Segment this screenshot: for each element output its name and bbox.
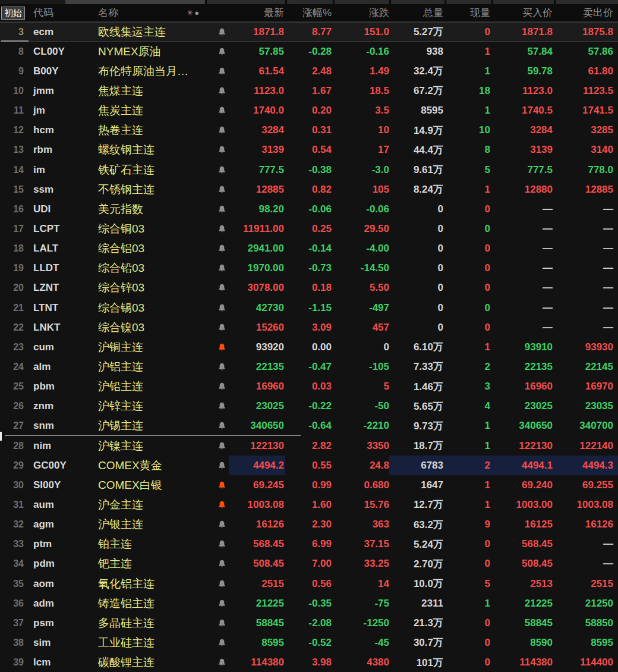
alert-bell-icon[interactable] bbox=[205, 456, 229, 475]
alert-bell-icon[interactable] bbox=[205, 436, 229, 456]
cell-buy: 16960 bbox=[491, 377, 554, 397]
column-resize-strip[interactable] bbox=[0, 0, 618, 4]
alert-bell-icon[interactable] bbox=[205, 140, 229, 160]
alert-bell-icon[interactable] bbox=[205, 318, 229, 337]
table-row[interactable]: 33ptm铂主连568.456.9937.155.24万0568.45— bbox=[0, 535, 618, 554]
hscroll-thumb[interactable] bbox=[65, 0, 205, 4]
table-row[interactable]: 15ssm不锈钢主连128850.821058.24万11288012885 bbox=[0, 180, 618, 199]
cell-name: 铂主连 bbox=[89, 535, 205, 554]
alert-bell-icon[interactable] bbox=[205, 653, 229, 672]
table-row[interactable]: 24alm沪铝主连22135-0.47-1057.33万22213522145 bbox=[0, 357, 618, 376]
table-row[interactable]: 23cum沪铜主连939200.0006.10万19391093930 bbox=[0, 337, 618, 357]
header-code[interactable]: 代码 bbox=[30, 4, 89, 21]
alert-bell-icon[interactable] bbox=[205, 239, 229, 259]
cell-last: 58845 bbox=[229, 613, 285, 633]
alert-bell-icon[interactable] bbox=[205, 475, 229, 495]
alert-bell-icon[interactable] bbox=[205, 61, 229, 81]
table-row[interactable]: 9B00Y布伦特原油当月…61.542.481.4932.4万159.7861.… bbox=[0, 61, 618, 81]
cell-chg: 3350 bbox=[333, 436, 389, 456]
alert-bell-icon[interactable] bbox=[205, 259, 229, 278]
alert-bell-icon[interactable] bbox=[205, 613, 229, 633]
table-row[interactable]: 13rbm螺纹钢主连31390.541744.4万831393140 bbox=[0, 140, 618, 160]
alert-bell-icon[interactable] bbox=[205, 377, 229, 397]
header-sell[interactable]: 卖出价 bbox=[554, 4, 618, 21]
table-row[interactable]: 22LNKT综合镍03152603.0945700—— bbox=[0, 318, 618, 337]
table-row[interactable]: 10jmm焦煤主连1123.01.6718.567.2万181123.01123… bbox=[0, 81, 618, 101]
alert-bell-icon[interactable] bbox=[205, 81, 229, 101]
table-row[interactable]: 14im铁矿石主连777.5-0.38-3.09.61万5777.5778.0 bbox=[0, 160, 618, 180]
cell-code: ecm bbox=[30, 23, 89, 41]
alert-bell-icon[interactable] bbox=[205, 199, 229, 219]
cell-code: ptm bbox=[30, 535, 89, 554]
alert-bell-icon[interactable] bbox=[205, 337, 229, 357]
alert-bell-icon[interactable] bbox=[205, 278, 229, 298]
header-pct[interactable]: 涨幅% bbox=[285, 4, 333, 21]
table-row[interactable]: 20LZNT综合锌033078.000.185.5000—— bbox=[0, 278, 618, 298]
header-name[interactable]: 名称 ✳● bbox=[89, 4, 205, 21]
cell-cur: 2 bbox=[444, 456, 491, 475]
table-row[interactable]: 36adm铸造铝主连21225-0.35-75231112122521250 bbox=[0, 594, 618, 613]
cell-chg: 29.50 bbox=[333, 219, 389, 238]
alert-bell-icon[interactable] bbox=[205, 633, 229, 652]
column-tick bbox=[554, 0, 556, 4]
cell-chg: -0.16 bbox=[333, 42, 389, 61]
alert-bell-icon[interactable] bbox=[205, 515, 229, 535]
table-row[interactable]: 35aom氧化铝主连25150.561410.0万525132515 bbox=[0, 574, 618, 594]
cell-vol: 44.4万 bbox=[389, 140, 444, 160]
alert-bell-icon[interactable] bbox=[205, 101, 229, 121]
header-vol[interactable]: 总量 bbox=[389, 4, 444, 21]
cell-chg: -2210 bbox=[333, 416, 389, 436]
table-row[interactable]: 11jm焦炭主连1740.00.203.5859511740.51741.5 bbox=[0, 101, 618, 121]
alert-bell-icon[interactable] bbox=[205, 554, 229, 574]
table-row[interactable]: 12hcm热卷主连32840.311014.9万1032843285 bbox=[0, 121, 618, 140]
alert-bell-icon[interactable] bbox=[205, 42, 229, 61]
table-row[interactable]: 17LCPT综合铜0311911.000.2529.5000—— bbox=[0, 219, 618, 238]
row-number: 18 bbox=[0, 239, 30, 259]
alert-bell-icon[interactable] bbox=[205, 574, 229, 594]
row-number: 11 bbox=[0, 101, 30, 121]
table-row[interactable]: 32agm沪银主连161262.3036363.2万91612516126 bbox=[0, 515, 618, 535]
cell-last: 57.85 bbox=[229, 42, 285, 61]
table-row[interactable]: 31aum沪金主连1003.081.6015.7612.7万11003.0010… bbox=[0, 495, 618, 514]
alert-bell-icon[interactable] bbox=[205, 298, 229, 318]
header-chg[interactable]: 涨跌 bbox=[333, 4, 389, 21]
table-row[interactable]: 38sim工业硅主连8595-0.52-4530.7万085908595 bbox=[0, 633, 618, 652]
cell-chg: -1250 bbox=[333, 613, 389, 633]
alert-bell-icon[interactable] bbox=[205, 219, 229, 238]
alert-bell-icon[interactable] bbox=[205, 535, 229, 554]
table-row[interactable]: 37psm多晶硅主连58845-2.08-125021.3万0588455885… bbox=[0, 613, 618, 633]
table-row[interactable]: 30SI00YCOMEX白银69.2450.990.6801647169.240… bbox=[0, 475, 618, 495]
alert-bell-icon[interactable] bbox=[205, 180, 229, 199]
table-row[interactable]: 21LTNT综合锡0342730-1.15-49700—— bbox=[0, 298, 618, 318]
init-button[interactable]: 初始 bbox=[1, 7, 25, 20]
alert-bell-icon[interactable] bbox=[205, 23, 229, 41]
table-row[interactable]: 18LALT综合铝032941.00-0.14-4.0000—— bbox=[0, 239, 618, 259]
row-number: 27 bbox=[0, 416, 30, 436]
table-row[interactable]: 28nim沪镍主连1221302.82335018.7万112213012214… bbox=[0, 436, 618, 456]
alert-bell-icon[interactable] bbox=[205, 594, 229, 613]
table-row[interactable]: 3ecm欧线集运主连1871.88.77151.05.27万01871.8187… bbox=[0, 22, 618, 42]
table-row[interactable]: 25pbm沪铅主连169600.0351.46万31696016970 bbox=[0, 377, 618, 397]
alert-bell-icon[interactable] bbox=[205, 121, 229, 140]
cell-vol: 6783 bbox=[389, 456, 444, 475]
alert-bell-icon[interactable] bbox=[205, 416, 229, 436]
table-row[interactable]: 26znm沪锌主连23025-0.22-505.65万42302523035 bbox=[0, 397, 618, 416]
alert-bell-icon[interactable] bbox=[205, 357, 229, 376]
row-number: 21 bbox=[0, 298, 30, 318]
table-row[interactable]: 27snm沪锡主连340650-0.64-22109.73万1340650340… bbox=[0, 416, 618, 436]
header-buy[interactable]: 买入价 bbox=[491, 4, 554, 21]
table-row[interactable]: 39lcm碳酸锂主连1143803.984380101万011438011440… bbox=[0, 653, 618, 672]
header-cur[interactable]: 现量 bbox=[444, 4, 491, 21]
table-row[interactable]: 19LLDT综合铅031970.00-0.73-14.5000—— bbox=[0, 259, 618, 278]
table-row[interactable]: 8CL00YNYMEX原油57.85-0.28-0.16938157.8457.… bbox=[0, 42, 618, 61]
row-number: 10 bbox=[0, 81, 30, 101]
table-row[interactable]: 29GC00YCOMEX黄金4494.20.5524.8678324494.14… bbox=[0, 456, 618, 475]
table-row[interactable]: 34pdm钯主连508.457.0033.252.70万0508.45— bbox=[0, 554, 618, 574]
cell-code: pbm bbox=[30, 377, 89, 397]
alert-bell-icon[interactable] bbox=[205, 397, 229, 416]
header-last[interactable]: 最新 bbox=[229, 4, 285, 21]
alert-bell-icon[interactable] bbox=[205, 160, 229, 180]
table-row[interactable]: 16UDI美元指数98.20-0.06-0.0600—— bbox=[0, 199, 618, 219]
cell-name: 沪铅主连 bbox=[89, 377, 205, 397]
alert-bell-icon[interactable] bbox=[205, 495, 229, 514]
